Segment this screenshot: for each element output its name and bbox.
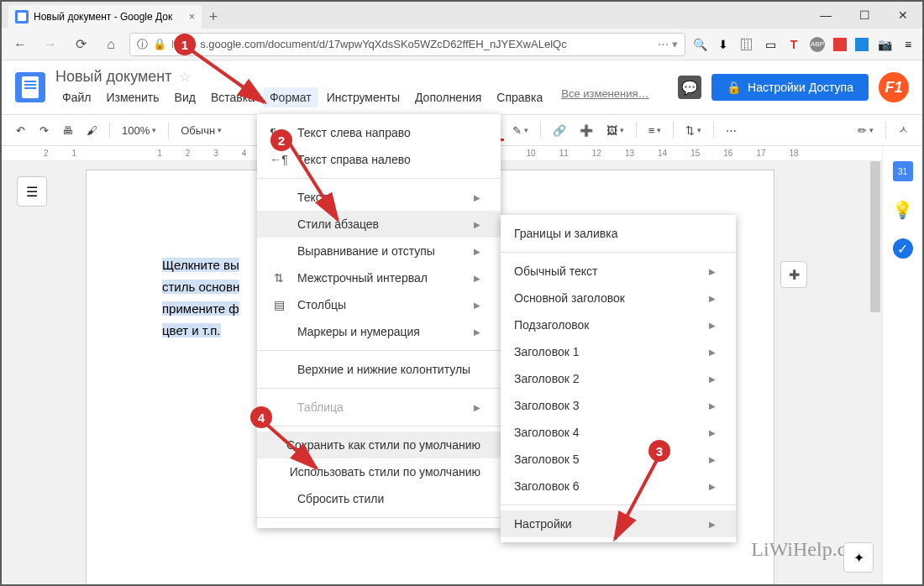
menu-icon[interactable]: ≡ — [900, 37, 916, 52]
lock-icon: 🔒 — [727, 81, 741, 94]
outline-button[interactable]: ☰ — [17, 176, 47, 207]
menu-bullets[interactable]: Маркеры и нумерация▶ — [257, 318, 501, 345]
ext-camera-icon[interactable]: 📷 — [877, 37, 892, 52]
insert-image-button[interactable]: 🖼 — [601, 119, 629, 141]
submenu-h4[interactable]: Заголовок 4▶ — [501, 419, 736, 446]
calendar-icon[interactable]: 31 — [893, 161, 913, 181]
submenu-title[interactable]: Основной заголовок▶ — [501, 285, 736, 311]
menu-line-spacing[interactable]: ⇅Межстрочный интервал▶ — [257, 264, 501, 291]
more-button[interactable]: ⋯ — [721, 119, 742, 141]
menu-align[interactable]: Выравнивание и отступы▶ — [257, 238, 501, 264]
ext-t-icon[interactable]: T — [786, 37, 801, 52]
changes-link[interactable]: Все изменения… — [561, 87, 648, 107]
keep-icon[interactable]: 💡 — [893, 200, 913, 220]
scrollbar[interactable] — [869, 161, 882, 571]
comments-button[interactable]: 💬 — [678, 76, 701, 99]
window-controls: — ☐ ✕ — [806, 2, 922, 29]
annotation-badge-1: 1 — [174, 34, 196, 55]
submenu-subtitle[interactable]: Подзаголовок▶ — [501, 311, 736, 338]
submenu-borders[interactable]: Границы и заливка — [501, 220, 736, 247]
menu-addons[interactable]: Дополнения — [408, 87, 488, 107]
print-button[interactable]: 🖶 — [57, 119, 78, 141]
paint-format-button[interactable]: 🖌 — [81, 119, 102, 141]
close-window-button[interactable]: ✕ — [884, 2, 922, 29]
align-button[interactable]: ≡ — [643, 119, 667, 141]
collapse-button[interactable]: ㅅ — [893, 119, 914, 141]
back-button[interactable]: ← — [8, 33, 32, 56]
chevron-right-icon: ▶ — [474, 274, 480, 283]
explore-button[interactable]: ✦ — [843, 542, 874, 573]
menu-edit[interactable]: Изменить — [99, 87, 165, 107]
home-button[interactable]: ⌂ — [99, 33, 123, 56]
highlight-button[interactable]: ✎ — [507, 119, 533, 141]
tasks-icon[interactable]: ✓ — [893, 238, 913, 259]
menu-reset-styles[interactable]: Сбросить стили — [257, 485, 501, 512]
search-icon[interactable]: 🔍 — [692, 37, 707, 52]
menu-columns[interactable]: ▤Столбцы▶ — [257, 291, 501, 318]
menu-ltr[interactable]: ¶→Текст слева направо — [257, 119, 501, 146]
menubar: Файл Изменить Вид Вставка Формат Инструм… — [55, 87, 668, 107]
submenu-h1[interactable]: Заголовок 1▶ — [501, 338, 736, 365]
chevron-right-icon: ▶ — [709, 428, 716, 437]
chevron-right-icon: ▶ — [709, 455, 716, 464]
menu-headers-footers[interactable]: Верхние и нижние колонтитулы — [257, 356, 501, 383]
submenu-settings[interactable]: Настройки▶ — [501, 510, 736, 537]
browser-tab[interactable]: Новый документ - Google Док × — [8, 5, 202, 29]
undo-button[interactable]: ↶ — [10, 119, 30, 141]
style-select[interactable]: Обычн — [176, 119, 227, 141]
docs-logo[interactable] — [15, 72, 45, 102]
forward-button[interactable]: → — [39, 33, 62, 56]
annotation-badge-4: 4 — [250, 406, 272, 428]
library-icon[interactable]: ⿲ — [739, 37, 754, 52]
browser-tab-strip: Новый документ - Google Док × + — ☐ ✕ — [2, 2, 922, 29]
reader-icon[interactable]: ▭ — [763, 37, 778, 52]
menu-paragraph-styles[interactable]: Стили абзацев▶ — [257, 211, 501, 238]
download-icon[interactable]: ⬇ — [716, 37, 731, 52]
url-input[interactable]: ⓘ 🔒 https s.google.com/document/d/17wpwY… — [129, 33, 685, 56]
maximize-button[interactable]: ☐ — [845, 2, 884, 29]
submenu-h6[interactable]: Заголовок 6▶ — [501, 473, 736, 500]
rtl-icon: ←¶ — [270, 153, 287, 166]
zoom-select[interactable]: 100% — [117, 119, 161, 141]
menu-text[interactable]: Текст▶ — [257, 184, 501, 211]
close-tab-icon[interactable]: × — [189, 11, 195, 23]
chevron-right-icon: ▶ — [474, 403, 480, 412]
menu-use-default-styles[interactable]: Использовать стили по умолчанию — [257, 458, 501, 485]
menu-view[interactable]: Вид — [168, 87, 202, 107]
ext-red-icon[interactable] — [833, 38, 847, 51]
chevron-right-icon: ▶ — [709, 374, 716, 384]
star-icon[interactable]: ☆ — [179, 69, 191, 85]
chevron-right-icon: ▶ — [709, 294, 716, 303]
editing-mode-button[interactable]: ✏ — [853, 119, 879, 141]
insert-link-button[interactable]: 🔗 — [548, 119, 571, 141]
submenu-h5[interactable]: Заголовок 5▶ — [501, 446, 736, 473]
menu-save-default-styles[interactable]: Сохранить как стили по умолчанию — [257, 432, 501, 458]
add-comment-button[interactable]: ✚ — [780, 261, 807, 288]
menu-help[interactable]: Справка — [490, 87, 549, 107]
ext-abp-icon[interactable]: ABP — [810, 37, 825, 52]
columns-icon: ▤ — [270, 298, 287, 311]
ext-blue-icon[interactable] — [855, 38, 869, 51]
redo-button[interactable]: ↷ — [34, 119, 54, 141]
submenu-h3[interactable]: Заголовок 3▶ — [501, 392, 736, 419]
document-title[interactable]: Новый документ — [55, 68, 172, 86]
menu-tools[interactable]: Инструменты — [320, 87, 407, 107]
share-button[interactable]: 🔒 Настройки Доступа — [711, 74, 869, 101]
menu-format[interactable]: Формат — [263, 87, 318, 107]
insert-comment-button[interactable]: ➕ — [575, 119, 598, 141]
minimize-button[interactable]: — — [806, 2, 845, 29]
dropdown-icon[interactable]: ⋯ ▾ — [658, 38, 678, 50]
menu-file[interactable]: Файл — [55, 87, 97, 107]
share-label: Настройки Доступа — [748, 81, 853, 94]
menu-insert[interactable]: Вставка — [204, 87, 261, 107]
submenu-normal[interactable]: Обычный текст▶ — [501, 258, 736, 285]
line-spacing-button[interactable]: ⇅ — [680, 119, 706, 141]
new-tab-button[interactable]: + — [202, 5, 225, 29]
annotation-badge-2: 2 — [270, 129, 292, 151]
submenu-h2[interactable]: Заголовок 2▶ — [501, 365, 736, 392]
chevron-right-icon: ▶ — [474, 220, 480, 229]
reload-button[interactable]: ⟳ — [69, 33, 92, 56]
menu-rtl[interactable]: ←¶Текст справа налево — [257, 146, 501, 173]
address-bar: ← → ⟳ ⌂ ⓘ 🔒 https s.google.com/document/… — [2, 29, 922, 60]
f1-avatar[interactable]: F1 — [879, 72, 909, 102]
